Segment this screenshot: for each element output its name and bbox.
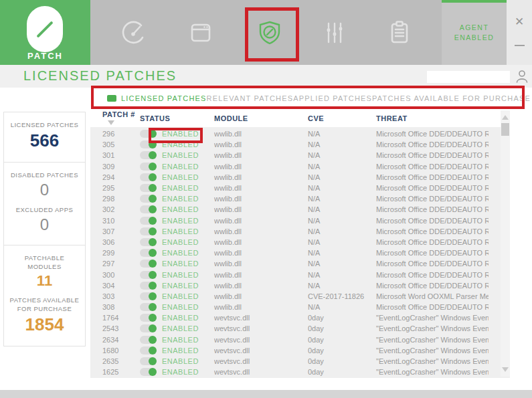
table-row: 303ENABLEDwwlib.dllCVE-2017-11826Microso…: [90, 291, 501, 302]
column-header-status[interactable]: STATUS: [140, 114, 214, 122]
column-header-cve[interactable]: CVE: [308, 114, 376, 122]
status-label: ENABLED: [162, 184, 199, 192]
table-row: 2543ENABLEDwevtsvc.dll0day"EventLogCrash…: [90, 323, 501, 334]
module-name: wevtsvc.dll: [214, 324, 308, 332]
patch-number: 301: [90, 151, 140, 159]
stat-label: LICENSED PATCHES: [7, 120, 82, 129]
cve-value: N/A: [308, 163, 376, 171]
table-row: 296ENABLEDwwlib.dllN/AMicrosoft Office D…: [90, 128, 501, 139]
status-toggle[interactable]: [140, 282, 157, 290]
module-name: wwlib.dll: [214, 292, 308, 300]
patch-number: 1625: [90, 368, 140, 376]
status-cell: ENABLED: [140, 282, 214, 290]
status-cell: ENABLED: [140, 217, 214, 225]
table-row: 1764ENABLEDwevtsvc.dll0day"EventLogCrash…: [90, 312, 501, 323]
table-row: 1625ENABLEDwevtsvc.dll0day"EventLogCrash…: [90, 367, 501, 377]
status-toggle[interactable]: [140, 140, 157, 148]
status-toggle[interactable]: [140, 195, 157, 203]
patch-number: 1764: [90, 314, 140, 322]
status-toggle[interactable]: [140, 184, 157, 192]
sliders-icon[interactable]: [320, 18, 349, 47]
status-toggle[interactable]: [140, 205, 157, 213]
threat-description: "EventLogCrasher" Windows Event L...: [376, 324, 489, 332]
status-toggle[interactable]: [140, 151, 157, 159]
threat-description: Microsoft Office DDE/DDEAUTO Re...: [376, 303, 489, 311]
table-row: 301ENABLEDwwlib.dllN/AMicrosoft Office D…: [90, 150, 501, 161]
cve-value: N/A: [308, 303, 376, 311]
tab-applied-patches[interactable]: APPLIED PATCHES: [293, 94, 372, 102]
agent-status-panel[interactable]: AGENT ENABLED: [442, 0, 507, 65]
status-toggle[interactable]: [140, 346, 157, 355]
column-header-module[interactable]: MODULE: [214, 114, 308, 122]
table-row: 302ENABLEDwwlib.dllN/AMicrosoft Office D…: [90, 204, 501, 215]
clipboard-icon[interactable]: [385, 18, 414, 47]
status-toggle[interactable]: [140, 173, 157, 181]
status-cell: ENABLED: [140, 151, 214, 159]
speedometer-icon[interactable]: [119, 18, 149, 47]
status-toggle[interactable]: [140, 292, 157, 300]
status-toggle[interactable]: [140, 324, 157, 332]
module-name: wwlib.dll: [214, 163, 308, 171]
status-toggle[interactable]: [140, 238, 157, 246]
status-toggle[interactable]: [140, 336, 157, 344]
scroll-down-icon[interactable]: [502, 367, 509, 372]
scroll-up-icon[interactable]: [502, 115, 509, 120]
shield-icon[interactable]: [255, 18, 284, 47]
content-area: LICENSED PATCHES 566 DISABLED PATCHES 0 …: [0, 109, 532, 390]
patch-number: 306: [90, 238, 140, 246]
column-header-threat[interactable]: THREAT: [376, 114, 489, 122]
patch-number: 310: [90, 217, 140, 225]
status-toggle[interactable]: [140, 368, 157, 376]
stat-value: 0: [7, 181, 82, 199]
minimize-icon[interactable]: [515, 45, 525, 46]
tab-licensed-patches[interactable]: LICENSED PATCHES: [107, 94, 207, 102]
status-toggle[interactable]: [140, 357, 157, 365]
tab-label: RELEVANT PATCHES: [207, 94, 294, 102]
status-label: ENABLED: [162, 195, 199, 203]
app-window-icon[interactable]: [186, 18, 215, 47]
threat-description: Microsoft Office DDE/DDEAUTO Re...: [376, 151, 489, 159]
status-toggle[interactable]: [140, 163, 157, 171]
table-row: 310ENABLEDwwlib.dllN/AMicrosoft Office D…: [90, 215, 501, 226]
module-name: wwlib.dll: [214, 238, 308, 246]
column-header-patch[interactable]: PATCH #: [90, 110, 140, 126]
user-account-icon[interactable]: [515, 69, 529, 84]
toolbar: PATCH: [0, 0, 532, 65]
status-label: ENABLED: [162, 173, 199, 181]
patch-number: 2635: [90, 357, 140, 365]
cve-value: N/A: [308, 238, 376, 246]
patch-number: 302: [90, 205, 140, 213]
status-toggle[interactable]: [140, 260, 157, 268]
vertical-scrollbar[interactable]: [501, 110, 510, 377]
table-row: 2634ENABLEDwevtsvc.dll0day"EventLogCrash…: [90, 334, 501, 345]
module-name: wevtsvc.dll: [214, 336, 308, 344]
threat-description: "EventLogCrasher" Windows Event L...: [376, 357, 489, 365]
module-name: wwlib.dll: [214, 217, 308, 225]
status-cell: ENABLED: [140, 324, 214, 332]
close-icon[interactable]: ✕: [507, 15, 532, 29]
patch-number: 296: [90, 130, 140, 138]
status-toggle[interactable]: [140, 217, 157, 225]
tab-patches-available-for-purchase[interactable]: PATCHES AVAILABLE FOR PURCHASE: [372, 94, 531, 102]
tab-relevant-patches[interactable]: RELEVANT PATCHES: [207, 94, 294, 102]
status-toggle[interactable]: [140, 303, 157, 311]
scrollbar-thumb[interactable]: [501, 123, 509, 136]
status-toggle[interactable]: [140, 130, 157, 138]
titlebar: LICENSED PATCHES: [0, 65, 532, 88]
search-input[interactable]: [427, 71, 510, 83]
table-row: 308ENABLEDwwlib.dllN/AMicrosoft Office D…: [90, 302, 501, 312]
threat-description: Microsoft Office DDE/DDEAUTO Re...: [376, 249, 489, 257]
threat-description: "EventLogCrasher" Windows Event L...: [376, 314, 489, 322]
cve-value: N/A: [308, 173, 376, 181]
nav-item-patch[interactable]: PATCH: [0, 0, 90, 65]
status-toggle[interactable]: [140, 314, 157, 322]
status-toggle[interactable]: [140, 271, 157, 279]
module-name: wwlib.dll: [214, 227, 308, 235]
status-label: ENABLED: [162, 271, 199, 279]
status-label: ENABLED: [162, 303, 199, 311]
patch-number: 295: [90, 184, 140, 192]
status-toggle[interactable]: [140, 249, 157, 257]
status-toggle[interactable]: [140, 227, 157, 235]
threat-description: "EventLogCrasher" Windows Event L...: [376, 346, 489, 355]
patch-number: 307: [90, 227, 140, 235]
